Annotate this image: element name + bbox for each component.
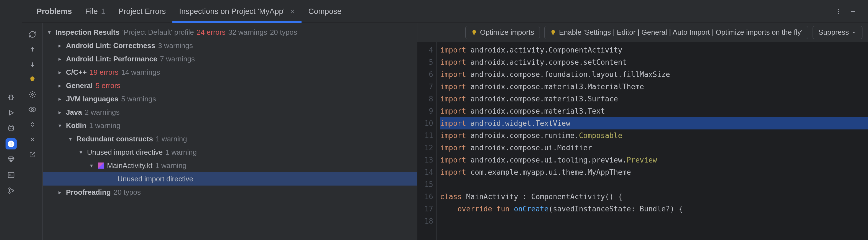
- eye-icon[interactable]: [27, 104, 38, 115]
- optimize-imports-button[interactable]: Optimize imports: [465, 26, 540, 39]
- svg-point-13: [838, 13, 839, 14]
- tree-item[interactable]: ▸Proofreading 20 typos: [43, 186, 417, 199]
- tree-item[interactable]: ▾Unused import directive 1 warning: [43, 145, 417, 159]
- tree-item[interactable]: ▾Redundant constructs 1 warning: [43, 132, 417, 145]
- svg-point-8: [8, 188, 10, 189]
- editor-pane: Optimize imports Enable 'Settings | Edit…: [417, 23, 868, 240]
- minimize-icon[interactable]: [846, 8, 860, 15]
- tree-item[interactable]: ▾MainActivity.kt 1 warning: [43, 159, 417, 172]
- svg-point-3: [12, 128, 12, 128]
- svg-point-11: [838, 9, 839, 10]
- tree-item[interactable]: ▸JVM languages 5 warnings: [43, 92, 417, 106]
- tree-item[interactable]: Unused import directive: [43, 172, 417, 186]
- kotlin-file-icon: [98, 162, 104, 169]
- arrow-up-icon[interactable]: [27, 44, 38, 55]
- bulb-icon[interactable]: [27, 74, 38, 85]
- svg-marker-1: [9, 111, 13, 115]
- svg-point-2: [10, 128, 10, 128]
- code-content[interactable]: import androidx.activity.ComponentActivi…: [437, 42, 868, 240]
- svg-point-9: [8, 192, 10, 193]
- main-panel: Problems File1 Project Errors Inspection…: [22, 0, 868, 240]
- line-gutter: 456789101112131415161718: [417, 42, 437, 240]
- collapse-icon[interactable]: [27, 119, 38, 130]
- svg-point-0: [9, 96, 13, 100]
- inspection-tools-column: [22, 23, 43, 240]
- svg-rect-6: [10, 145, 11, 146]
- enable-auto-import-button[interactable]: Enable 'Settings | Editor | General | Au…: [544, 26, 808, 39]
- problems-tabbar: Problems File1 Project Errors Inspection…: [22, 0, 868, 23]
- tree-item[interactable]: ▸Android Lint: Performance 7 warnings: [43, 52, 417, 65]
- terminal-icon[interactable]: [5, 169, 17, 181]
- cat-icon[interactable]: [5, 123, 17, 134]
- bug-icon[interactable]: [5, 92, 17, 103]
- export-icon[interactable]: [27, 149, 38, 160]
- tree-item[interactable]: ▾Kotlin 1 warning: [43, 119, 417, 132]
- tab-inspections[interactable]: Inspections on Project 'MyApp'✕: [173, 0, 302, 23]
- tab-file[interactable]: File1: [79, 0, 112, 23]
- tab-problems[interactable]: Problems: [30, 0, 79, 23]
- tree-item[interactable]: ▸General 5 errors: [43, 79, 417, 92]
- suppress-button[interactable]: Suppress: [813, 26, 863, 39]
- svg-point-14: [31, 94, 33, 96]
- tab-project-errors[interactable]: Project Errors: [112, 0, 173, 23]
- diff-icon[interactable]: [27, 134, 38, 145]
- code-area[interactable]: 456789101112131415161718 import androidx…: [417, 42, 868, 240]
- vcs-icon[interactable]: [5, 185, 17, 196]
- play-icon[interactable]: [5, 107, 17, 118]
- refresh-icon[interactable]: [27, 29, 38, 40]
- arrow-down-icon[interactable]: [27, 59, 38, 70]
- quickfix-bar: Optimize imports Enable 'Settings | Edit…: [417, 23, 868, 42]
- more-icon[interactable]: [831, 8, 846, 15]
- svg-point-15: [31, 108, 34, 111]
- diamond-icon[interactable]: [5, 154, 17, 165]
- tree-item[interactable]: ▸C/C++ 19 errors 14 warnings: [43, 65, 417, 79]
- inspection-tree: ▾ Inspection Results 'Project Default' p…: [43, 23, 417, 240]
- tree-item[interactable]: ▸Java 2 warnings: [43, 106, 417, 119]
- close-icon[interactable]: ✕: [290, 8, 295, 15]
- problems-tool-icon[interactable]: [5, 138, 17, 150]
- tool-window-rail: [0, 0, 22, 240]
- svg-rect-7: [8, 172, 14, 178]
- inspection-results-header[interactable]: ▾ Inspection Results 'Project Default' p…: [43, 26, 417, 39]
- svg-point-12: [838, 11, 839, 12]
- svg-rect-5: [10, 142, 11, 144]
- tab-compose[interactable]: Compose: [302, 0, 348, 23]
- gear-icon[interactable]: [27, 89, 38, 100]
- tree-item[interactable]: ▸Android Lint: Correctness 3 warnings: [43, 39, 417, 52]
